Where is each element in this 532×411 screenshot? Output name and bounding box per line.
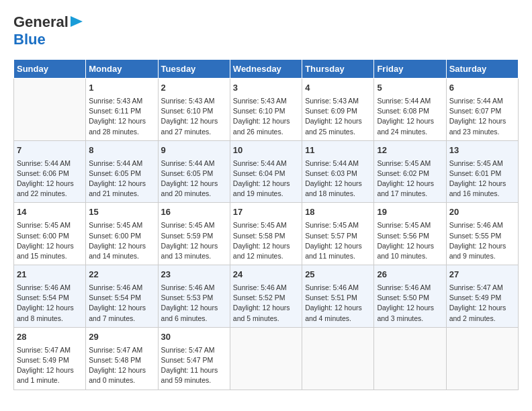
day-number: 7 — [17, 144, 83, 157]
day-info-line: Daylight: 12 hours — [305, 241, 371, 251]
day-info-line: Sunrise: 5:44 AM — [233, 158, 299, 169]
day-info-line: Sunset: 5:54 PM — [17, 293, 83, 303]
calendar-cell: 1Sunrise: 5:43 AMSunset: 6:11 PMDaylight… — [86, 79, 158, 141]
day-info-line: Daylight: 12 hours — [377, 116, 443, 126]
day-number: 25 — [305, 269, 371, 281]
day-info-line: Sunrise: 5:47 AM — [17, 345, 83, 355]
day-info-line: Daylight: 12 hours — [233, 179, 299, 189]
day-info-line: Daylight: 12 hours — [449, 179, 515, 189]
calendar-cell: 6Sunrise: 5:44 AMSunset: 6:07 PMDaylight… — [446, 79, 518, 141]
calendar-week-row: 1Sunrise: 5:43 AMSunset: 6:11 PMDaylight… — [14, 79, 519, 141]
page-header: General Blue — [13, 13, 519, 48]
day-info-line: Sunset: 6:01 PM — [449, 169, 515, 179]
day-number: 21 — [17, 269, 83, 281]
day-number: 19 — [377, 206, 443, 219]
day-number: 20 — [449, 206, 515, 219]
day-info-line: Sunrise: 5:44 AM — [17, 158, 83, 169]
day-number: 14 — [17, 206, 83, 219]
calendar-cell — [374, 327, 446, 390]
day-info-line: Sunset: 5:54 PM — [89, 293, 154, 303]
day-info-line: and 28 minutes. — [89, 127, 154, 137]
day-info-line: Sunrise: 5:46 AM — [305, 283, 371, 293]
day-info-line: Sunset: 5:52 PM — [233, 293, 299, 303]
day-info-line: Sunset: 6:02 PM — [377, 169, 443, 179]
day-info-line: and 5 minutes. — [233, 314, 299, 324]
day-number: 5 — [377, 82, 443, 95]
day-info-line: Sunset: 5:55 PM — [449, 231, 515, 241]
day-info-line: Sunset: 6:03 PM — [305, 169, 371, 179]
day-info-line: Sunrise: 5:45 AM — [305, 220, 371, 230]
day-info-line: Sunset: 6:10 PM — [161, 106, 227, 116]
day-info-line: and 27 minutes. — [161, 127, 227, 137]
day-info-line: Sunrise: 5:45 AM — [233, 220, 299, 230]
day-info-line: and 18 minutes. — [305, 189, 371, 199]
day-info-line: and 10 minutes. — [377, 251, 443, 261]
day-info-line: Sunset: 5:51 PM — [305, 293, 371, 303]
day-info-line: Sunrise: 5:46 AM — [233, 283, 299, 293]
day-info-line: Daylight: 12 hours — [89, 303, 154, 313]
calendar-cell: 14Sunrise: 5:45 AMSunset: 6:00 PMDayligh… — [14, 203, 86, 265]
day-info-line: Sunrise: 5:45 AM — [161, 220, 227, 230]
day-info-line: and 1 minute. — [17, 375, 83, 385]
calendar-cell: 3Sunrise: 5:43 AMSunset: 6:10 PMDaylight… — [230, 79, 302, 141]
day-info-line: Sunset: 6:09 PM — [305, 106, 371, 116]
day-info-line: Daylight: 12 hours — [377, 179, 443, 189]
day-info-line: Sunrise: 5:43 AM — [233, 96, 299, 106]
weekday-header-friday: Friday — [374, 60, 446, 79]
day-info-line: and 14 minutes. — [89, 251, 154, 261]
day-info-line: Sunset: 5:57 PM — [305, 231, 371, 241]
day-info-line: Sunset: 5:58 PM — [233, 231, 299, 241]
day-number: 29 — [89, 331, 154, 344]
day-info-line: and 13 minutes. — [161, 251, 227, 261]
day-info-line: and 4 minutes. — [305, 314, 371, 324]
day-info-line: Sunrise: 5:45 AM — [449, 158, 515, 169]
day-number: 30 — [161, 331, 227, 344]
calendar-cell — [302, 327, 374, 390]
calendar-week-row: 28Sunrise: 5:47 AMSunset: 5:49 PMDayligh… — [14, 327, 519, 390]
day-info-line: and 22 minutes. — [17, 189, 83, 199]
day-info-line: Daylight: 12 hours — [305, 116, 371, 126]
day-info-line: Sunrise: 5:45 AM — [89, 220, 154, 230]
calendar-cell: 11Sunrise: 5:44 AMSunset: 6:03 PMDayligh… — [302, 140, 374, 203]
day-info-line: and 11 minutes. — [305, 251, 371, 261]
day-info-line: Sunrise: 5:43 AM — [161, 96, 227, 106]
day-number: 2 — [161, 82, 227, 95]
day-info-line: Sunrise: 5:44 AM — [89, 158, 154, 169]
day-info-line: Daylight: 12 hours — [377, 241, 443, 251]
day-number: 10 — [233, 144, 299, 157]
calendar-week-row: 21Sunrise: 5:46 AMSunset: 5:54 PMDayligh… — [14, 265, 519, 328]
day-info-line: Daylight: 12 hours — [449, 241, 515, 251]
day-info-line: and 19 minutes. — [233, 189, 299, 199]
day-info-line: and 59 minutes. — [161, 375, 227, 385]
calendar-cell: 15Sunrise: 5:45 AMSunset: 6:00 PMDayligh… — [86, 203, 158, 265]
calendar-cell: 2Sunrise: 5:43 AMSunset: 6:10 PMDaylight… — [158, 79, 230, 141]
calendar-cell: 8Sunrise: 5:44 AMSunset: 6:05 PMDaylight… — [86, 140, 158, 203]
calendar-cell: 27Sunrise: 5:47 AMSunset: 5:49 PMDayligh… — [446, 265, 518, 328]
day-info-line: Sunset: 5:49 PM — [449, 293, 515, 303]
weekday-header-tuesday: Tuesday — [158, 60, 230, 79]
calendar-cell: 12Sunrise: 5:45 AMSunset: 6:02 PMDayligh… — [374, 140, 446, 203]
calendar-cell: 18Sunrise: 5:45 AMSunset: 5:57 PMDayligh… — [302, 203, 374, 265]
day-info-line: and 15 minutes. — [17, 251, 83, 261]
calendar-cell: 20Sunrise: 5:46 AMSunset: 5:55 PMDayligh… — [446, 203, 518, 265]
day-info-line: Daylight: 12 hours — [17, 179, 83, 189]
day-info-line: and 7 minutes. — [89, 314, 154, 324]
calendar-cell — [14, 79, 86, 141]
day-number: 12 — [377, 144, 443, 157]
day-number: 9 — [161, 144, 227, 157]
day-info-line: Daylight: 12 hours — [17, 365, 83, 375]
day-info-line: Daylight: 12 hours — [233, 116, 299, 126]
day-info-line: Sunrise: 5:44 AM — [377, 96, 443, 106]
day-info-line: and 25 minutes. — [305, 127, 371, 137]
day-info-line: and 6 minutes. — [161, 314, 227, 324]
day-info-line: Daylight: 12 hours — [161, 116, 227, 126]
day-info-line: Sunrise: 5:44 AM — [305, 158, 371, 169]
day-info-line: Daylight: 12 hours — [161, 241, 227, 251]
day-number: 16 — [161, 206, 227, 219]
day-info-line: Sunset: 6:06 PM — [17, 169, 83, 179]
logo: General Blue — [13, 13, 83, 48]
day-number: 26 — [377, 269, 443, 281]
calendar-cell: 5Sunrise: 5:44 AMSunset: 6:08 PMDaylight… — [374, 79, 446, 141]
day-info-line: Sunrise: 5:47 AM — [161, 345, 227, 355]
calendar-cell: 25Sunrise: 5:46 AMSunset: 5:51 PMDayligh… — [302, 265, 374, 328]
